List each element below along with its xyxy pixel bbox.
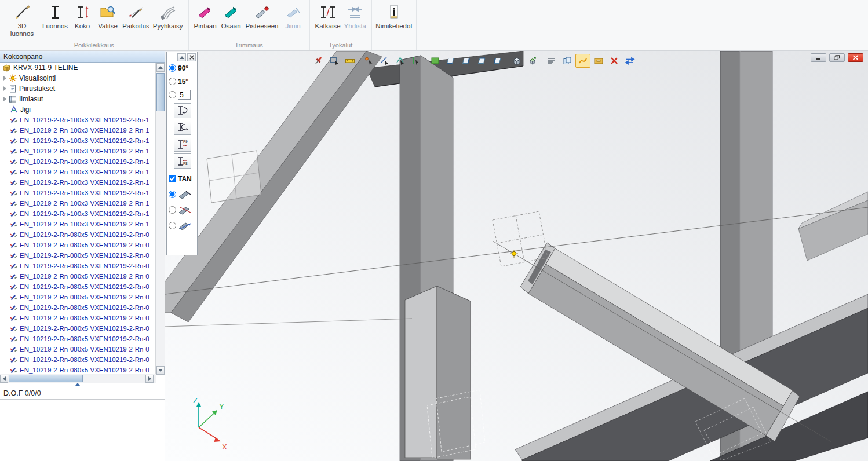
- tree-part-item[interactable]: EN_10219-2-Rn-080x5 VXEN10219-2-Rn-0: [0, 344, 156, 354]
- assembly-tree[interactable]: KRVX-911-9 TELINE Visualisointi Piirustu…: [0, 63, 156, 374]
- tree-node-visualisointi[interactable]: Visualisointi: [0, 73, 156, 83]
- workplane-front-button[interactable]: [443, 54, 458, 68]
- snap-angle-button[interactable]: [393, 54, 408, 68]
- profile-mirror-f9-button[interactable]: F9: [174, 137, 191, 152]
- tree-part-item[interactable]: EN_10219-2-Rn-080x5 VXEN10219-2-Rn-0: [0, 323, 156, 334]
- tree-node-jigi[interactable]: Jigi: [0, 104, 156, 115]
- scroll-down-button[interactable]: [156, 366, 165, 375]
- scroll-right-button[interactable]: [145, 375, 154, 383]
- tree-part-item[interactable]: EN_10219-2-Rn-100x3 VXEN10219-2-Rn-1: [0, 167, 156, 177]
- tree-part-item[interactable]: EN_10219-2-Rn-100x3 VXEN10219-2-Rn-1: [0, 156, 156, 167]
- tree-part-item[interactable]: EN_10219-2-Rn-100x3 VXEN10219-2-Rn-1: [0, 198, 156, 208]
- panel-splitter-handle[interactable]: [75, 383, 80, 386]
- view-cube-select-button[interactable]: [525, 54, 540, 68]
- tree-node-piirustukset[interactable]: Piirustukset: [0, 83, 156, 94]
- tangent-checkbox[interactable]: [169, 175, 176, 182]
- trim-to-point-button[interactable]: Pisteeseen: [244, 2, 280, 31]
- tree-part-item[interactable]: EN_10219-2-Rn-100x3 VXEN10219-2-Rn-1: [0, 125, 156, 136]
- tree-part-item[interactable]: EN_10219-2-Rn-080x5 VXEN10219-2-Rn-0: [0, 302, 156, 313]
- trim-to-surface-button[interactable]: Pintaan: [192, 2, 218, 31]
- sweep-mode-1-radio[interactable]: [169, 191, 176, 198]
- sweep-mode-3-radio[interactable]: [169, 222, 176, 229]
- trim-miter-button[interactable]: Jiiriin: [280, 2, 306, 31]
- zoom-area-button[interactable]: [327, 54, 342, 68]
- snap-point-button[interactable]: [362, 54, 377, 68]
- workplane-back-button[interactable]: [490, 54, 505, 68]
- tree-part-item[interactable]: EN_10219-2-Rn-080x5 VXEN10219-2-Rn-0: [0, 261, 156, 271]
- workplane-top-button[interactable]: [475, 54, 490, 68]
- scroll-left-button[interactable]: [0, 375, 8, 383]
- tree-node-ilmiasut[interactable]: Ilmiasut: [0, 94, 156, 104]
- tree-part-item[interactable]: EN_10219-2-Rn-080x5 VXEN10219-2-Rn-0: [0, 313, 156, 323]
- archive-button[interactable]: [591, 54, 606, 68]
- angle-90-radio[interactable]: [169, 64, 176, 72]
- profile-rotate-button[interactable]: [174, 120, 191, 135]
- select-button[interactable]: Valitse: [95, 2, 121, 31]
- curve-tool-button[interactable]: [575, 54, 590, 68]
- panel-collapse-button[interactable]: [177, 53, 186, 61]
- angle-15-radio[interactable]: [169, 78, 176, 85]
- tree-part-item[interactable]: EN_10219-2-Rn-100x3 VXEN10219-2-Rn-1: [0, 136, 156, 146]
- 3d-sketch-button[interactable]: 3D luonnos: [3, 2, 41, 38]
- vertical-scroll-thumb[interactable]: [156, 73, 165, 111]
- tree-part-item[interactable]: EN_10219-2-Rn-080x5 VXEN10219-2-Rn-0: [0, 240, 156, 250]
- close-button[interactable]: [848, 53, 863, 62]
- tree-part-item[interactable]: EN_10219-2-Rn-080x5 VXEN10219-2-Rn-0: [0, 271, 156, 281]
- channel-member[interactable]: [405, 286, 471, 459]
- tree-root-item[interactable]: KRVX-911-9 TELINE: [0, 63, 156, 73]
- trim-to-part-button[interactable]: Osaan: [218, 2, 244, 31]
- profile-flip-button[interactable]: [174, 103, 191, 118]
- tree-part-item[interactable]: EN_10219-2-Rn-080x5 VXEN10219-2-Rn-0: [0, 354, 156, 365]
- sweep-mode-2-icon: [178, 206, 192, 215]
- pin-button[interactable]: [311, 54, 326, 68]
- tree-vertical-scrollbar[interactable]: [155, 63, 165, 375]
- tree-part-item[interactable]: EN_10219-2-Rn-100x3 VXEN10219-2-Rn-1: [0, 146, 156, 156]
- snap-edge-button[interactable]: [409, 54, 424, 68]
- sketch-button[interactable]: Luonnos: [41, 2, 70, 31]
- tree-horizontal-scrollbar[interactable]: [0, 374, 156, 383]
- position-button[interactable]: Paikoitus: [121, 2, 151, 31]
- delete-button[interactable]: [607, 54, 622, 68]
- sweep-mode-2-radio[interactable]: [169, 206, 176, 214]
- tree-part-item[interactable]: EN_10219-2-Rn-080x5 VXEN10219-2-Rn-0: [0, 229, 156, 240]
- 3d-scene[interactable]: Z Y X: [165, 51, 868, 461]
- profile-mirror-f8-button[interactable]: F8: [174, 153, 191, 169]
- tree-part-item[interactable]: EN_10219-2-Rn-080x5 VXEN10219-2-Rn-0: [0, 292, 156, 302]
- break-button[interactable]: Katkaise: [313, 2, 342, 31]
- panel-close-button[interactable]: [187, 53, 196, 61]
- tree-part-item[interactable]: EN_10219-2-Rn-080x5 VXEN10219-2-Rn-0: [0, 334, 156, 344]
- tree-part-item[interactable]: EN_10219-2-Rn-080x5 VXEN10219-2-Rn-0: [0, 281, 156, 292]
- join-button[interactable]: Yhdistä: [342, 2, 368, 31]
- snap-line-button[interactable]: [377, 54, 392, 68]
- tree-part-item[interactable]: EN_10219-2-Rn-100x3 VXEN10219-2-Rn-1: [0, 208, 156, 219]
- tree-part-item[interactable]: EN_10219-2-Rn-100x3 VXEN10219-2-Rn-1: [0, 219, 156, 229]
- minimize-button[interactable]: [811, 53, 826, 62]
- workplane-side-button[interactable]: [459, 54, 474, 68]
- angle-step-input[interactable]: [178, 90, 191, 100]
- ribbon-label: 3D luonnos: [5, 23, 39, 38]
- tree-part-item[interactable]: EN_10219-2-Rn-100x3 VXEN10219-2-Rn-1: [0, 115, 156, 125]
- expand-icon[interactable]: [3, 97, 6, 101]
- model-viewport[interactable]: Z Y X: [165, 51, 868, 461]
- copy-button[interactable]: [560, 54, 575, 68]
- expand-icon[interactable]: [3, 86, 6, 91]
- tree-part-label: EN_10219-2-Rn-080x5 VXEN10219-2-Rn-0: [20, 325, 149, 332]
- item-info-button[interactable]: Nimiketiedot: [375, 2, 413, 31]
- sweep-button[interactable]: Pyyhkäisy: [151, 2, 185, 31]
- tree-part-item[interactable]: EN_10219-2-Rn-100x3 VXEN10219-2-Rn-1: [0, 177, 156, 188]
- scroll-up-button[interactable]: [156, 63, 165, 72]
- notes-button[interactable]: [544, 54, 559, 68]
- measure-button[interactable]: [342, 54, 358, 68]
- horizontal-scroll-thumb[interactable]: [9, 375, 83, 382]
- restore-button[interactable]: [829, 53, 845, 62]
- transfer-button[interactable]: [622, 54, 637, 68]
- tree-part-item[interactable]: EN_10219-2-Rn-100x3 VXEN10219-2-Rn-1: [0, 188, 156, 198]
- angle-custom-radio[interactable]: [169, 91, 176, 98]
- view-cube-button[interactable]: [509, 54, 524, 68]
- tree-part-item[interactable]: EN_10219-2-Rn-080x5 VXEN10219-2-Rn-0: [0, 250, 156, 261]
- tree-part-item[interactable]: EN_10219-2-Rn-080x5 VXEN10219-2-Rn-0: [0, 365, 156, 374]
- size-button[interactable]: Koko: [70, 2, 95, 31]
- expand-icon[interactable]: [3, 76, 6, 81]
- workplane-green-button[interactable]: [428, 54, 443, 68]
- ribbon-group-trim: Pintaan Osaan Pisteeseen Jiiriin T: [189, 0, 310, 50]
